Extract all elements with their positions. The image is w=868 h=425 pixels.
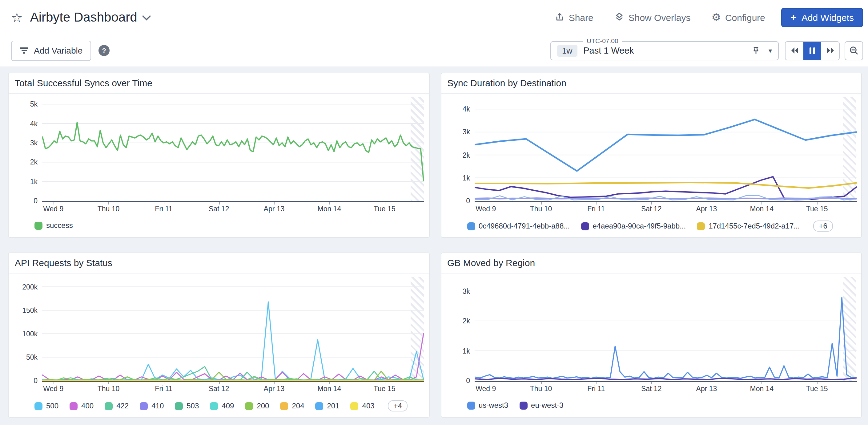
overlays-icon bbox=[614, 12, 624, 22]
y-axis-tick-label: 150k bbox=[22, 305, 37, 315]
chevron-down-icon[interactable] bbox=[142, 12, 151, 20]
legend-item[interactable]: 204 bbox=[280, 402, 304, 410]
help-icon[interactable]: ? bbox=[98, 45, 110, 56]
legend-label: 403 bbox=[362, 402, 375, 410]
x-axis-tick bbox=[707, 382, 707, 384]
legend-item[interactable]: 410 bbox=[140, 402, 164, 410]
legend-label: 200 bbox=[257, 402, 269, 410]
legend-swatch bbox=[467, 401, 475, 409]
widget-title: GB Moved by Region bbox=[441, 253, 861, 273]
legend-item[interactable]: e4aea90a-90ca-49f5-9abb... bbox=[581, 222, 686, 230]
y-axis-tick-label: 2k bbox=[463, 316, 470, 326]
x-axis-tick-label: Mon 14 bbox=[750, 385, 774, 392]
legend: 0c49680d-4791-4ebb-a88...e4aea90a-90ca-4… bbox=[441, 216, 861, 239]
plot-area[interactable] bbox=[42, 277, 424, 382]
legend-swatch bbox=[105, 402, 113, 410]
legend-item[interactable]: 409 bbox=[210, 402, 234, 410]
legend-swatch bbox=[519, 401, 527, 409]
x-axis-tick-label: Thu 10 bbox=[98, 205, 120, 212]
plot-area[interactable] bbox=[42, 97, 424, 202]
add-variable-button[interactable]: Add Variable bbox=[11, 40, 91, 61]
x-axis-tick bbox=[762, 202, 763, 205]
legend-swatch bbox=[69, 402, 78, 410]
legend-label: eu-west-3 bbox=[531, 401, 563, 409]
x-axis-tick bbox=[53, 382, 54, 384]
legend-swatch bbox=[467, 222, 475, 230]
legend-item[interactable]: eu-west-3 bbox=[519, 401, 563, 409]
widget-title: API Requests by Status bbox=[9, 253, 429, 273]
pause-button[interactable] bbox=[803, 41, 821, 59]
y-axis-tick-label: 200k bbox=[22, 282, 37, 292]
time-range-selector[interactable]: UTC-07:00 1w Past 1 Week ▾ bbox=[550, 41, 779, 60]
timezone-label: UTC-07:00 bbox=[583, 37, 622, 44]
legend-item[interactable]: 503 bbox=[175, 402, 199, 410]
show-overlays-label: Show Overlays bbox=[628, 12, 691, 23]
x-axis-tick bbox=[329, 202, 330, 205]
x-axis-tick-label: Apr 13 bbox=[264, 385, 285, 392]
series-line bbox=[42, 366, 424, 380]
y-axis-tick-label: 0 bbox=[466, 376, 470, 386]
legend-item[interactable]: 201 bbox=[315, 402, 340, 410]
widget-title: Sync Duration by Destination bbox=[441, 73, 861, 94]
series-line bbox=[475, 120, 856, 171]
x-axis-tick-label: Sat 12 bbox=[209, 205, 229, 212]
x-axis-tick-label: Apr 13 bbox=[264, 205, 285, 212]
legend-item[interactable]: 422 bbox=[105, 402, 129, 410]
x-axis-tick-label: Thu 10 bbox=[98, 385, 120, 392]
legend-item[interactable]: 500 bbox=[34, 402, 59, 410]
x-axis-tick-label: Mon 14 bbox=[750, 205, 774, 212]
time-shift-group bbox=[785, 41, 840, 60]
x-axis-tick-label: Sat 12 bbox=[209, 385, 229, 392]
plot-area[interactable] bbox=[474, 277, 856, 382]
time-forward-button[interactable] bbox=[821, 41, 839, 59]
legend-item[interactable]: success bbox=[34, 221, 73, 230]
x-axis-tick bbox=[541, 202, 542, 205]
y-axis-tick-label: 2k bbox=[463, 150, 470, 160]
x-axis-tick-label: Thu 10 bbox=[530, 205, 552, 212]
add-widgets-button[interactable]: + Add Widgets bbox=[781, 8, 863, 27]
legend-item[interactable]: 403 bbox=[350, 402, 375, 410]
y-axis-tick-label: 1k bbox=[30, 177, 37, 186]
legend-swatch bbox=[245, 402, 253, 410]
range-shortcut-chip[interactable]: 1w bbox=[557, 44, 577, 56]
filter-icon bbox=[20, 48, 28, 54]
legend-item[interactable]: 200 bbox=[245, 402, 269, 410]
legend-label: 17d1455c-7ed5-49d2-a17... bbox=[709, 222, 800, 230]
range-label: Past 1 Week bbox=[583, 45, 634, 55]
show-overlays-button[interactable]: Show Overlays bbox=[614, 12, 691, 23]
x-axis-tick-label: Wed 9 bbox=[475, 385, 496, 392]
widget-title: Total Successful Syncs over Time bbox=[9, 73, 429, 94]
pin-icon[interactable] bbox=[751, 45, 761, 55]
zoom-out-button[interactable] bbox=[845, 41, 863, 60]
legend-overflow-badge[interactable]: +6 bbox=[813, 220, 833, 232]
x-axis-tick bbox=[707, 202, 707, 205]
legend-swatch bbox=[280, 402, 288, 410]
configure-button[interactable]: ⚙ Configure bbox=[711, 12, 765, 23]
x-axis-tick-label: Wed 9 bbox=[475, 205, 496, 212]
plot-area[interactable] bbox=[474, 97, 856, 202]
legend-item[interactable]: 400 bbox=[69, 402, 94, 410]
y-axis: 050k100k150k200k bbox=[13, 277, 42, 395]
x-axis-tick bbox=[108, 382, 109, 384]
time-backward-button[interactable] bbox=[785, 41, 803, 59]
caret-down-icon[interactable]: ▾ bbox=[769, 47, 772, 55]
legend-label: us-west3 bbox=[478, 401, 508, 409]
x-axis-tick-label: Tue 15 bbox=[806, 385, 828, 392]
dashboard-page: ☆ Airbyte Dashboard Share Show Overlays … bbox=[0, 0, 868, 425]
legend-label: e4aea90a-90ca-49f5-9abb... bbox=[592, 222, 686, 230]
page-title: Airbyte Dashboard bbox=[30, 10, 137, 25]
legend-label: 400 bbox=[81, 402, 94, 410]
plus-icon: + bbox=[790, 12, 797, 23]
legend-label: 410 bbox=[151, 402, 164, 410]
legend-label: success bbox=[46, 221, 73, 230]
series-line bbox=[475, 298, 856, 378]
share-label: Share bbox=[569, 12, 593, 23]
x-axis-tick bbox=[596, 202, 597, 205]
legend-item[interactable]: us-west3 bbox=[467, 401, 508, 409]
series-line bbox=[475, 378, 856, 380]
legend-item[interactable]: 0c49680d-4791-4ebb-a88... bbox=[467, 222, 570, 230]
favorite-star-icon[interactable]: ☆ bbox=[11, 11, 23, 24]
legend-overflow-badge[interactable]: +4 bbox=[388, 400, 407, 412]
share-button[interactable]: Share bbox=[555, 12, 593, 23]
legend-item[interactable]: 17d1455c-7ed5-49d2-a17... bbox=[697, 222, 800, 230]
